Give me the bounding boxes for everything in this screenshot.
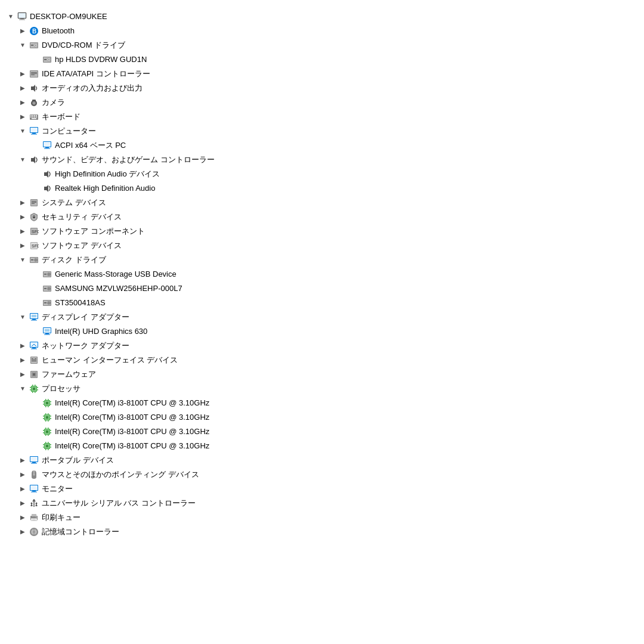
expander-icon[interactable]: ▶ <box>18 527 27 537</box>
tree-item-label: モニター <box>42 482 73 496</box>
tree-item-dvdrom-child[interactable]: ▶ hp HLDS DVDRW GUD1N <box>5 52 639 67</box>
tree-item-security[interactable]: ▶ セキュリティ デバイス <box>5 210 639 224</box>
tree-item-audio-io[interactable]: ▶ オーディオの入力および出力 <box>5 81 639 95</box>
expander-icon[interactable]: ▼ <box>18 155 27 165</box>
tree-item-proc-child1[interactable]: ▶ Intel(R) Core(TM) i3-8100T CPU @ 3.10G… <box>5 396 639 410</box>
network-icon <box>29 340 39 351</box>
expander-icon[interactable]: ▶ <box>18 513 27 522</box>
svg-rect-98 <box>32 360 36 360</box>
svg-rect-181 <box>32 520 36 521</box>
svg-rect-141 <box>48 428 49 429</box>
expander-icon[interactable]: ▶ <box>18 341 27 351</box>
tree-item-label: SAMSUNG MZVLW256HEHP-000L7 <box>55 282 182 295</box>
tree-item-disk-child1[interactable]: ▶ Generic Mass-Storage USB Device <box>5 267 639 281</box>
tree-item-processor[interactable]: ▼ プロセッサ <box>5 382 639 396</box>
svg-rect-134 <box>43 418 44 419</box>
svg-rect-29 <box>34 115 35 116</box>
expander-icon[interactable]: ▶ <box>18 456 27 465</box>
tree-item-label: ST3500418AS <box>55 296 106 309</box>
svg-rect-103 <box>33 373 35 376</box>
device-manager-tree: ▼ DESKTOP-OM9UKEE▶ B Bluetooth▼ DVD/CD-R… <box>0 6 644 543</box>
tree-item-hid[interactable]: ▶ ヒューマン インターフェイス デバイス <box>5 353 639 367</box>
tree-item-label: システム デバイス <box>42 196 106 209</box>
tree-item-mouse[interactable]: ▶ マウスとそのほかのポインティング デバイス <box>5 467 639 482</box>
svg-rect-93 <box>31 349 37 349</box>
tree-item-label: マウスとそのほかのポインティング デバイス <box>42 468 199 481</box>
tree-item-monitor[interactable]: ▶ モニター <box>5 482 639 496</box>
tree-item-usb[interactable]: ▶ ユニバーサル シリアル バス コントローラー <box>5 496 639 510</box>
tree-item-sound-child1[interactable]: ▶ High Definition Audio デバイス <box>5 167 639 181</box>
disk-icon <box>42 298 52 308</box>
svg-rect-135 <box>50 416 51 417</box>
tree-item-label: ソフトウェア デバイス <box>42 239 122 252</box>
svg-rect-129 <box>45 413 47 414</box>
dvd-icon <box>29 40 39 51</box>
svg-rect-84 <box>32 315 36 317</box>
svg-rect-132 <box>48 420 49 422</box>
expander-icon[interactable]: ▶ <box>18 112 27 122</box>
tree-item-proc-child3[interactable]: ▶ Intel(R) Core(TM) i3-8100T CPU @ 3.10G… <box>5 425 639 439</box>
tree-item-root[interactable]: ▼ DESKTOP-OM9UKEE <box>5 10 639 24</box>
tree-item-proc-child4[interactable]: ▶ Intel(R) Core(TM) i3-8100T CPU @ 3.10G… <box>5 439 639 453</box>
expander-icon[interactable]: ▶ <box>18 241 27 250</box>
tree-item-ide[interactable]: ▶ IDE ATA/ATAPI コントローラー <box>5 67 639 81</box>
svg-rect-152 <box>48 442 49 443</box>
tree-item-proc-child2[interactable]: ▶ Intel(R) Core(TM) i3-8100T CPU @ 3.10G… <box>5 410 639 425</box>
tree-item-label: IDE ATA/ATAPI コントローラー <box>42 67 150 80</box>
tree-item-portable[interactable]: ▶ ポータブル デバイス <box>5 453 639 467</box>
tree-item-storage[interactable]: ▶ 記憶域コントローラー <box>5 525 639 539</box>
expander-icon[interactable]: ▼ <box>18 255 27 265</box>
expander-icon[interactable]: ▶ <box>18 227 27 236</box>
tree-item-software-comp[interactable]: ▶ SFC ソフトウェア コンポーネント <box>5 224 639 239</box>
svg-text:B: B <box>32 28 36 35</box>
expander-icon[interactable]: ▶ <box>18 98 27 107</box>
expander-icon[interactable]: ▶ <box>18 470 27 479</box>
svg-rect-146 <box>50 430 51 431</box>
expander-icon[interactable]: ▼ <box>18 312 27 322</box>
svg-rect-30 <box>36 115 37 116</box>
tree-item-keyboard[interactable]: ▶ キーボード <box>5 110 639 124</box>
tree-item-disk-child2[interactable]: ▶ SAMSUNG MZVLW256HEHP-000L7 <box>5 281 639 296</box>
tree-item-display-child[interactable]: ▶ Intel(R) UHD Graphics 630 <box>5 324 639 339</box>
tree-item-dvdrom[interactable]: ▼ DVD/CD-ROM ドライブ <box>5 38 639 52</box>
expander-icon[interactable]: ▶ <box>18 26 27 36</box>
svg-rect-124 <box>50 401 51 402</box>
expander-icon[interactable]: ▶ <box>18 212 27 222</box>
svg-rect-142 <box>45 435 47 436</box>
svg-rect-41 <box>44 142 51 147</box>
expander-icon[interactable]: ▼ <box>18 126 27 136</box>
svg-rect-168 <box>31 492 37 493</box>
expander-icon[interactable]: ▶ <box>18 69 27 79</box>
usb-icon <box>29 498 39 509</box>
tree-item-network[interactable]: ▶ ネットワーク アダプター <box>5 339 639 353</box>
expander-icon[interactable]: ▶ <box>18 355 27 365</box>
tree-item-label: Intel(R) Core(TM) i3-8100T CPU @ 3.10GHz <box>55 439 209 453</box>
dvd-icon <box>42 54 52 65</box>
expander-icon[interactable]: ▶ <box>18 198 27 208</box>
tree-item-sound-child2[interactable]: ▶ Realtek High Definition Audio <box>5 181 639 196</box>
expander-icon[interactable]: ▶ <box>18 484 27 494</box>
svg-point-79 <box>48 302 49 304</box>
tree-item-display[interactable]: ▼ ディスプレイ アダプター <box>5 310 639 324</box>
tree-item-firmware[interactable]: ▶ ファームウェア <box>5 367 639 382</box>
svg-rect-82 <box>32 319 36 320</box>
tree-item-disk-child3[interactable]: ▶ ST3500418AS <box>5 296 639 310</box>
svg-rect-13 <box>44 59 47 60</box>
expander-icon[interactable]: ▼ <box>6 12 16 21</box>
tree-item-sound[interactable]: ▼ サウンド、ビデオ、およびゲーム コントローラー <box>5 153 639 167</box>
expander-icon[interactable]: ▼ <box>18 41 27 50</box>
svg-rect-1 <box>18 13 26 18</box>
tree-item-software-dev[interactable]: ▶ SFD ソフトウェア デバイス <box>5 239 639 253</box>
expander-icon[interactable]: ▼ <box>18 384 27 394</box>
expander-icon[interactable]: ▶ <box>18 83 27 93</box>
expander-icon[interactable]: ▶ <box>18 370 27 379</box>
tree-item-print[interactable]: ▶ 印刷キュー <box>5 510 639 525</box>
tree-item-system[interactable]: ▶ システム デバイス <box>5 196 639 210</box>
tree-item-computer-child[interactable]: ▶ ACPI x64 ベース PC <box>5 138 639 153</box>
expander-icon[interactable]: ▶ <box>18 499 27 508</box>
tree-item-computer[interactable]: ▼ コンピューター <box>5 124 639 138</box>
svg-rect-50 <box>32 202 36 203</box>
tree-item-camera[interactable]: ▶ カメラ <box>5 95 639 110</box>
tree-item-bluetooth[interactable]: ▶ B Bluetooth <box>5 24 639 38</box>
tree-item-disk[interactable]: ▼ ディスク ドライブ <box>5 253 639 267</box>
